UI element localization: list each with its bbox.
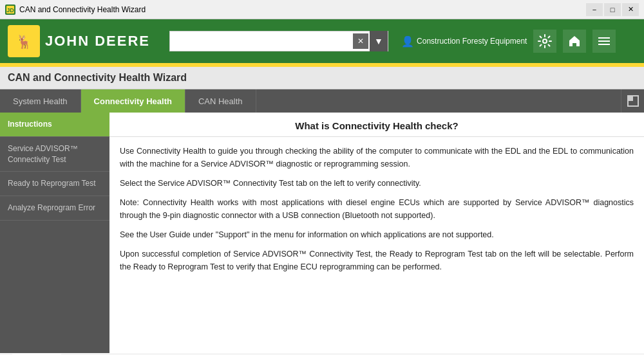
titlebar-left: JD CAN and Connectivity Health Wizard (5, 5, 146, 15)
logo-area: 🦌 John Deere (8, 25, 150, 57)
sidebar-item-analyze-reprogram[interactable]: Analyze Reprogram Error (0, 196, 109, 221)
titlebar-controls: − □ ✕ (586, 3, 639, 16)
paragraph-3: Note: Connectivity Health works with mos… (120, 196, 634, 222)
search-bar: ✕ ▼ (169, 31, 388, 51)
content-panel: What is Connectivity Health check? Use C… (109, 113, 644, 353)
header: 🦌 John Deere ✕ ▼ 👤 Construction Foresty … (0, 19, 644, 63)
app-icon: JD (5, 5, 15, 15)
content-body: Use Connectivity Health to guide you thr… (109, 137, 644, 353)
tab-connectivity-health[interactable]: Connectivity Health (81, 89, 185, 113)
header-right: 👤 Construction Foresty Equipment (401, 30, 616, 53)
svg-text:🦌: 🦌 (16, 34, 32, 50)
svg-text:JD: JD (6, 7, 14, 14)
logo-text: John Deere (45, 33, 150, 50)
tab-action-icon[interactable] (621, 89, 644, 113)
tab-system-health[interactable]: System Health (0, 89, 81, 113)
sidebar-item-ready-reprogram[interactable]: Ready to Reprogram Test (0, 172, 109, 196)
page-title: CAN and Connectivity Health Wizard (0, 67, 644, 89)
paragraph-1: Use Connectivity Health to guide you thr… (120, 145, 634, 170)
deer-logo: 🦌 (8, 25, 40, 57)
user-info: 👤 Construction Foresty Equipment (401, 35, 527, 48)
menu-button[interactable] (592, 30, 616, 53)
content-title: What is Connectivity Health check? (109, 113, 644, 137)
svg-rect-9 (628, 96, 633, 101)
sidebar: Instructions Service ADVISOR™ Connectivi… (0, 113, 109, 353)
user-icon: 👤 (401, 35, 414, 48)
paragraph-2: Select the Service ADVISOR™ Connectivity… (120, 177, 634, 190)
user-label: Construction Foresty Equipment (417, 37, 527, 46)
svg-point-4 (543, 39, 547, 43)
sidebar-item-instructions[interactable]: Instructions (0, 113, 109, 137)
close-button[interactable]: ✕ (622, 3, 639, 16)
sidebar-item-service-advisor[interactable]: Service ADVISOR™ Connectivity Test (0, 137, 109, 172)
tab-can-health[interactable]: CAN Health (185, 89, 256, 113)
titlebar-title: CAN and Connectivity Health Wizard (19, 5, 146, 14)
settings-button[interactable] (533, 30, 556, 53)
tab-bar: System Health Connectivity Health CAN He… (0, 89, 644, 113)
svg-rect-7 (598, 44, 610, 45)
tab-spacer (256, 89, 621, 113)
svg-rect-6 (598, 41, 610, 42)
search-dropdown-button[interactable]: ▼ (370, 31, 388, 51)
main-area: Instructions Service ADVISOR™ Connectivi… (0, 113, 644, 353)
search-input[interactable] (170, 37, 352, 46)
home-button[interactable] (563, 30, 586, 53)
search-clear-button[interactable]: ✕ (353, 33, 368, 49)
svg-rect-5 (598, 37, 610, 39)
minimize-button[interactable]: − (586, 3, 603, 16)
paragraph-4: See the User Guide under "Support" in th… (120, 228, 634, 241)
maximize-button[interactable]: □ (604, 3, 621, 16)
paragraph-5: Upon successful completion of Service AD… (120, 248, 634, 273)
titlebar: JD CAN and Connectivity Health Wizard − … (0, 0, 644, 19)
